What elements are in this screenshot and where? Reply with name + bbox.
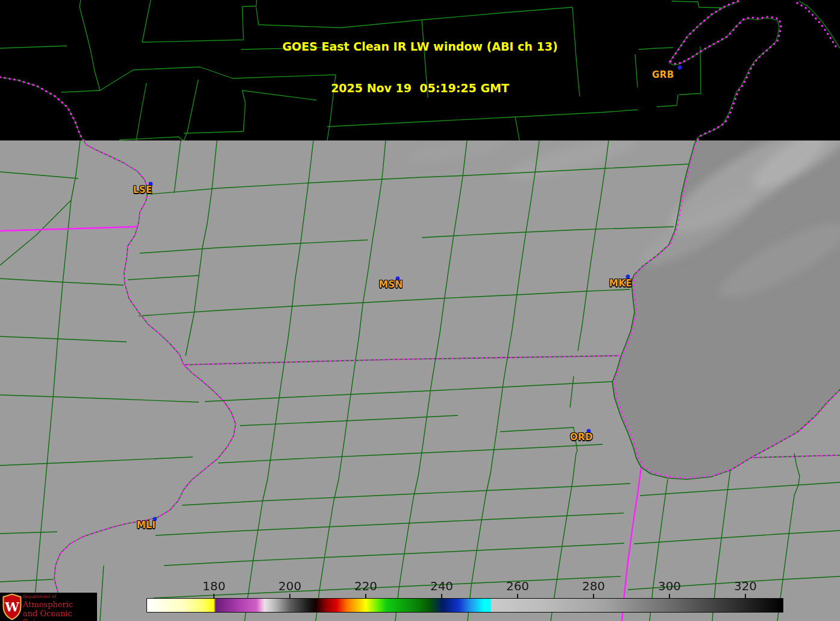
colorbar-tick-label: 220 xyxy=(354,579,377,593)
logo-line-1: Atmospheric xyxy=(23,600,97,609)
colorbar-tick-label: 260 xyxy=(506,579,529,593)
colorbar-tick-label: 320 xyxy=(734,579,757,593)
station-label-lse: LSE xyxy=(133,184,152,195)
colorbar-gradient xyxy=(146,598,783,613)
colorbar-tick-label: 180 xyxy=(202,579,225,593)
station-label-mli: MLI xyxy=(137,520,156,531)
uw-logo-text: Department of Atmospheric and Oceanic Sc… xyxy=(23,594,97,621)
station-label-msn: MSN xyxy=(379,279,403,290)
logo-dept-line: Department of xyxy=(23,594,97,600)
timestamp: 2025 Nov 19 05:19:25 GMT xyxy=(0,81,840,95)
uw-monogram: W xyxy=(4,599,19,614)
station-label-mke: MKE xyxy=(609,278,632,289)
colorbar-tick-label: 300 xyxy=(658,579,681,593)
product-title: GOES East Clean IR LW window (ABI ch 13) xyxy=(0,40,840,54)
logo-line-2: and Oceanic Sciences xyxy=(23,609,97,621)
colorbar: 180 200 220 240 260 280 300 320 xyxy=(146,579,783,613)
station-label-grb: GRB xyxy=(652,69,674,80)
uw-crest-icon: W xyxy=(2,593,22,620)
image-header: GOES East Clean IR LW window (ABI ch 13)… xyxy=(0,12,840,123)
station-label-ord: ORD xyxy=(570,432,593,443)
colorbar-tick-label: 200 xyxy=(278,579,301,593)
satellite-image-viewport: GOES East Clean IR LW window (ABI ch 13)… xyxy=(0,0,840,621)
colorbar-tick-label: 280 xyxy=(582,579,605,593)
colorbar-tick-label: 240 xyxy=(430,579,453,593)
uw-aos-logo: W Department of Atmospheric and Oceanic … xyxy=(0,593,97,621)
